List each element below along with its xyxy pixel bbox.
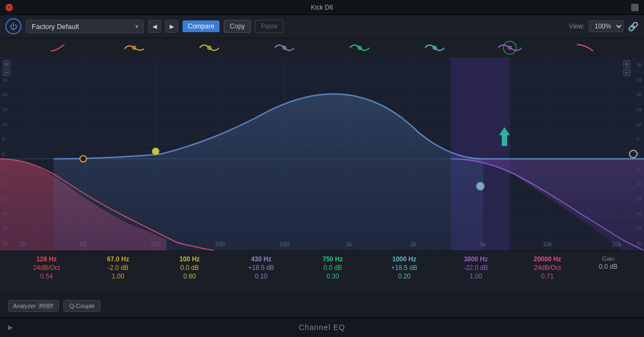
band-7-db[interactable]: -22.0 dB [464, 264, 488, 272]
band-3-db[interactable]: 0.0 dB [180, 264, 199, 272]
view-select[interactable]: 100% [589, 20, 624, 32]
band-info-3: 100 Hz 0.0 dB 0.60 [154, 255, 225, 280]
band-1-db[interactable]: 24dB/Oct [33, 264, 60, 272]
band-icon-3[interactable] [172, 41, 247, 54]
band-6-q[interactable]: 0.20 [398, 273, 411, 280]
band-icon-4[interactable] [247, 41, 322, 54]
footer: ▶ Channel EQ [0, 317, 644, 336]
zoom-out-right-button[interactable]: − [623, 69, 631, 76]
zoom-in-button[interactable]: + [3, 60, 10, 68]
band-7-q[interactable]: 1.00 [470, 273, 482, 280]
compare-button[interactable]: Compare [182, 20, 219, 32]
prev-preset-button[interactable]: ◀ [148, 20, 161, 33]
band-8-q[interactable]: 0.71 [541, 273, 553, 280]
band-3-freq[interactable]: 100 Hz [179, 255, 200, 263]
band-icon-7[interactable] [472, 40, 547, 55]
view-label: View: [569, 23, 584, 30]
gain-label: Gain [602, 255, 614, 262]
band-6-freq[interactable]: 1000 Hz [392, 255, 416, 263]
top-controls: ⏻ Factory Default ▼ ◀ ▶ Compare Copy Pas… [0, 15, 644, 38]
band-5-q[interactable]: 0.30 [326, 273, 339, 280]
band-5-freq[interactable]: 750 Hz [323, 255, 343, 263]
plugin-title: Channel EQ [299, 323, 345, 332]
svg-text:500: 500 [280, 241, 289, 247]
qcouple-button[interactable]: Q-Couple [63, 300, 100, 312]
band-info-2: 67.0 Hz -2.0 dB 1.00 [82, 255, 153, 280]
copy-button[interactable]: Copy [224, 20, 251, 33]
band-1-freq[interactable]: 128 Hz [36, 255, 57, 263]
eq-display: 30 25 20 15 10 5 0 5 10 15 20 25 30 30 2… [0, 57, 644, 251]
svg-text:1k: 1k [346, 241, 352, 247]
band-icon-1[interactable] [21, 41, 97, 54]
zoom-in-right-button[interactable]: + [623, 60, 631, 68]
band-5-db[interactable]: 0.0 dB [324, 264, 342, 272]
eq-curve-svg: 20 50 100 200 500 1k 2k 5k 10k 20k [0, 57, 644, 251]
gain-value[interactable]: 0.0 dB [599, 263, 618, 270]
band-icons-row [0, 38, 644, 57]
band-2-db[interactable]: -2.0 dB [108, 264, 129, 272]
close-button[interactable]: ✕ [5, 4, 13, 11]
post-badge: POST [38, 303, 55, 309]
play-button[interactable]: ▶ [8, 324, 13, 331]
band-info-1: 128 Hz 24dB/Oct 0.54 [11, 255, 82, 280]
band-icon-5[interactable] [322, 41, 397, 54]
band-3-q[interactable]: 0.60 [184, 273, 196, 280]
band-info-7: 3800 Hz -22.0 dB 1.00 [440, 255, 511, 280]
band-8-db[interactable]: 24dB/Oct [534, 264, 561, 272]
zoom-out-button[interactable]: − [3, 69, 10, 76]
next-preset-button[interactable]: ▶ [165, 20, 178, 33]
expand-button[interactable] [631, 4, 639, 11]
paste-button[interactable]: Paste [255, 20, 283, 33]
analyzer-label: Analyzer [13, 303, 36, 309]
gain-knob[interactable] [629, 150, 638, 158]
band-2-freq[interactable]: 67.0 Hz [107, 255, 129, 263]
svg-text:2k: 2k [410, 241, 416, 247]
band-4-db[interactable]: +18.5 dB [248, 264, 274, 272]
band-info-6: 1000 Hz +18.5 dB 0.20 [369, 255, 440, 280]
preset-wrapper: Factory Default ▼ [26, 20, 144, 33]
band-info-row: 128 Hz 24dB/Oct 0.54 67.0 Hz -2.0 dB 1.0… [0, 251, 644, 294]
svg-text:100: 100 [151, 241, 160, 247]
zoom-controls-left: + − [3, 60, 10, 76]
zoom-controls-right: + − [623, 60, 631, 76]
gain-info: Gain 0.0 dB [583, 255, 633, 270]
band-info-5: 750 Hz 0.0 dB 0.30 [297, 255, 368, 280]
svg-point-31 [80, 156, 86, 162]
analyzer-button[interactable]: Analyzer POST [8, 300, 59, 312]
svg-text:20k: 20k [612, 241, 622, 247]
power-button[interactable]: ⏻ [5, 18, 21, 34]
band-8-freq[interactable]: 20000 Hz [533, 255, 561, 263]
band-7-freq[interactable]: 3800 Hz [464, 255, 488, 263]
bottom-controls: Analyzer POST Q-Couple [0, 294, 644, 317]
svg-point-32 [152, 148, 159, 155]
preset-select[interactable]: Factory Default [26, 20, 144, 33]
band-2-q[interactable]: 1.00 [112, 273, 124, 280]
title-bar: ✕ Kick D6 [0, 0, 644, 15]
svg-text:5k: 5k [480, 241, 486, 247]
band-6-db[interactable]: +18.5 dB [391, 264, 417, 272]
band-icon-8[interactable] [547, 41, 623, 54]
svg-point-33 [477, 182, 484, 190]
svg-text:50: 50 [80, 241, 86, 247]
band-icon-2[interactable] [97, 41, 172, 54]
link-button[interactable]: 🔗 [628, 21, 639, 32]
band-1-q[interactable]: 0.54 [40, 273, 53, 280]
svg-text:10k: 10k [543, 241, 552, 247]
band-icon-6[interactable] [397, 41, 472, 54]
band-info-8: 20000 Hz 24dB/Oct 0.71 [511, 255, 583, 280]
band-info-4: 430 Hz +18.5 dB 0.10 [225, 255, 297, 280]
band-4-q[interactable]: 0.10 [255, 273, 267, 280]
band-4-freq[interactable]: 430 Hz [251, 255, 272, 263]
window-title: Kick D6 [311, 4, 333, 11]
svg-text:20: 20 [19, 241, 26, 247]
svg-text:200: 200 [215, 241, 225, 247]
